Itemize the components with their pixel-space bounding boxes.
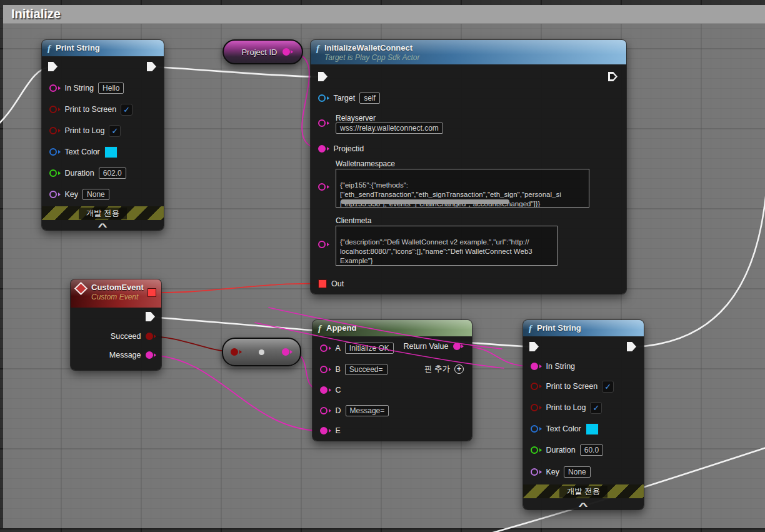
name-pin[interactable] [531,468,542,476]
exec-in-pin[interactable] [529,342,539,351]
node-header[interactable]: Append [312,320,472,336]
node-header[interactable]: Print String [42,40,164,56]
key-field[interactable]: None [82,189,109,200]
node-title: Print String [56,43,100,53]
duration-field[interactable]: 602.0 [99,168,126,179]
pin-label: Key [546,468,560,476]
d-field[interactable]: Message= [346,405,389,416]
string-pin[interactable] [531,363,542,370]
color-pin[interactable] [49,148,61,156]
key-field[interactable]: None [564,466,591,478]
node-header[interactable]: InitializeWalletConnect Target is Play C… [311,40,626,64]
node-project-id[interactable]: Project ID [222,39,303,64]
string-pin[interactable] [318,241,329,248]
pin-label: Print to Screen [65,105,117,114]
bool-pin[interactable] [531,383,542,390]
print-to-screen-checkbox[interactable] [602,381,614,393]
node-initialize-wallet-connect[interactable]: InitializeWalletConnect Target is Play C… [311,40,626,294]
node-title: CustomEvent [91,282,144,293]
name-pin[interactable] [49,191,61,198]
bool-pin[interactable] [49,106,61,113]
pin-label: Relayserver [336,114,376,123]
pin-label: E [336,426,341,435]
pin-label: C [336,386,341,394]
node-bool-to-string-convert[interactable] [222,338,301,366]
exec-out-pin[interactable] [147,62,156,71]
pin-label: Text Color [546,424,581,433]
exec-in-pin[interactable] [48,62,58,71]
wire-out-delegate [153,284,322,293]
pin-label: Duration [546,446,576,454]
string-pin[interactable] [320,407,331,414]
node-print-string-1[interactable]: Print String In String Hello Print to Sc… [42,40,164,230]
horizontal-scrollbar[interactable] [341,199,509,204]
node-title: InitializeWalletConnect [324,43,420,53]
object-pin[interactable] [318,94,329,102]
pin-label: Print to Screen [546,382,598,391]
pin-label: Print to Log [546,403,586,412]
function-icon [318,323,321,334]
pin-label: Succeed [111,332,141,341]
add-pin-label: 핀 추가 [424,364,450,374]
target-field[interactable]: self [359,93,380,104]
string-out-pin[interactable] [146,351,157,359]
string-pin[interactable] [49,84,61,92]
wire-exec-print2-out [634,184,765,347]
pin-label: In String [65,84,94,93]
dev-only-banner: 개발 전용 [42,206,164,220]
pin-label: Key [65,190,79,199]
node-append[interactable]: Append A Initialize OK Return Value B Su… [312,320,472,441]
string-pin[interactable] [320,386,331,394]
event-icon [74,282,88,295]
string-pin[interactable] [318,183,329,191]
pin-label: Message [109,351,141,359]
function-icon [48,43,51,54]
string-out-pin[interactable] [282,48,294,56]
clientmeta-field[interactable]: {"description":"Defi WalletConnect v2 ex… [336,226,558,266]
node-subtitle: Custom Event [91,293,144,301]
string-pin[interactable] [318,119,329,127]
bool-out-pin[interactable] [146,333,157,340]
print-to-screen-checkbox[interactable] [121,104,132,116]
exec-out-pin[interactable] [146,312,155,321]
node-title: Append [326,323,356,333]
exec-out-pin[interactable] [627,342,636,351]
pin-label: Walletnamespace [336,159,395,168]
print-to-log-checkbox[interactable] [109,125,121,137]
text-color-swatch[interactable] [104,146,118,158]
walletnamespace-field[interactable]: {"eip155":{"methods": ["eth_sendTransact… [336,169,589,208]
node-header[interactable]: Print String [523,320,644,336]
exec-out-pin[interactable] [608,72,618,81]
add-pin-icon[interactable] [454,364,464,374]
print-to-log-checkbox[interactable] [590,402,602,414]
delegate-pin[interactable] [148,288,156,297]
pin-label: Out [331,279,344,288]
return-value-pin[interactable] [453,343,464,350]
pin-label: In String [546,362,576,371]
node-print-string-2[interactable]: Print String In String Print to Screen P… [523,320,644,509]
float-pin[interactable] [531,446,542,454]
bool-pin[interactable] [531,404,542,411]
bool-in-pin[interactable] [231,348,242,356]
in-string-field[interactable]: Hello [98,83,124,94]
color-pin[interactable] [531,425,542,433]
float-pin[interactable] [49,169,61,177]
variable-label: Project ID [241,48,277,57]
bool-pin[interactable] [49,127,61,134]
convert-dot-icon [259,349,264,355]
duration-field[interactable]: 60.0 [580,444,603,456]
pin-label: Return Value [403,342,448,351]
relayserver-field[interactable]: wss://relay.walletconnect.com [336,123,443,134]
text-color-swatch[interactable] [586,423,599,435]
node-custom-event[interactable]: CustomEvent Custom Event Succeed Message [71,279,161,370]
node-subtitle: Target is Play Cpp Sdk Actor [324,53,420,62]
collapse-button[interactable] [42,220,164,230]
string-out-pin[interactable] [282,348,293,356]
string-pin[interactable] [318,145,329,153]
string-pin[interactable] [320,427,331,434]
pin-label: Projectid [334,144,364,153]
pin-label: Text Color [65,148,100,156]
delegate-out-pin[interactable] [318,279,327,288]
exec-in-pin[interactable] [318,72,328,81]
collapse-button[interactable] [523,499,644,509]
